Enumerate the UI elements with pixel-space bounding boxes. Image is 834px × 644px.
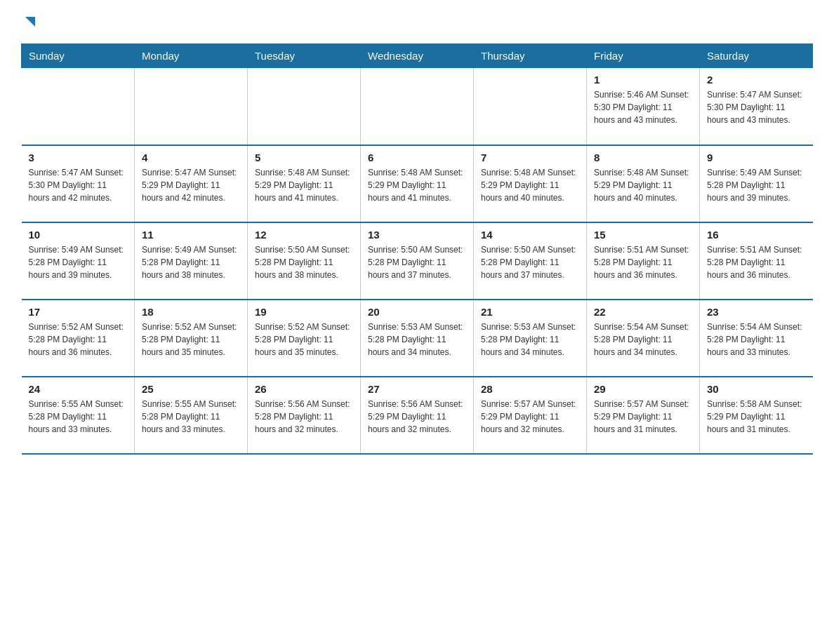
calendar-cell: 15Sunrise: 5:51 AM Sunset: 5:28 PM Dayli… [587,222,700,300]
calendar-cell [22,68,135,145]
calendar-cell: 28Sunrise: 5:57 AM Sunset: 5:29 PM Dayli… [474,377,587,454]
calendar-cell: 16Sunrise: 5:51 AM Sunset: 5:28 PM Dayli… [700,222,813,300]
day-number: 25 [142,383,240,395]
day-number: 10 [29,229,128,241]
day-info: Sunrise: 5:47 AM Sunset: 5:30 PM Dayligh… [707,88,806,126]
day-info: Sunrise: 5:52 AM Sunset: 5:28 PM Dayligh… [29,321,128,358]
day-number: 23 [707,306,806,318]
calendar-table: SundayMondayTuesdayWednesdayThursdayFrid… [21,43,813,455]
calendar-cell [474,68,587,145]
calendar-cell: 21Sunrise: 5:53 AM Sunset: 5:28 PM Dayli… [474,300,587,377]
day-info: Sunrise: 5:51 AM Sunset: 5:28 PM Dayligh… [707,243,806,281]
calendar-cell: 17Sunrise: 5:52 AM Sunset: 5:28 PM Dayli… [22,300,135,377]
day-info: Sunrise: 5:55 AM Sunset: 5:28 PM Dayligh… [29,398,128,436]
calendar-cell: 2Sunrise: 5:47 AM Sunset: 5:30 PM Daylig… [700,68,813,145]
day-number: 27 [368,383,466,395]
page-header [21,14,813,29]
calendar-cell: 4Sunrise: 5:47 AM Sunset: 5:29 PM Daylig… [135,145,248,222]
calendar-cell: 22Sunrise: 5:54 AM Sunset: 5:28 PM Dayli… [587,300,700,377]
day-info: Sunrise: 5:50 AM Sunset: 5:28 PM Dayligh… [481,243,579,281]
calendar-week-1: 1Sunrise: 5:46 AM Sunset: 5:30 PM Daylig… [22,68,813,145]
calendar-week-4: 17Sunrise: 5:52 AM Sunset: 5:28 PM Dayli… [22,300,813,377]
calendar-cell: 24Sunrise: 5:55 AM Sunset: 5:28 PM Dayli… [22,377,135,454]
calendar-cell: 19Sunrise: 5:52 AM Sunset: 5:28 PM Dayli… [248,300,361,377]
day-number: 21 [481,306,579,318]
calendar-cell: 11Sunrise: 5:49 AM Sunset: 5:28 PM Dayli… [135,222,248,300]
day-number: 3 [29,152,128,163]
day-info: Sunrise: 5:53 AM Sunset: 5:28 PM Dayligh… [368,321,466,358]
weekday-header-monday: Monday [135,44,248,68]
day-info: Sunrise: 5:48 AM Sunset: 5:29 PM Dayligh… [481,166,579,204]
day-number: 22 [594,306,692,318]
day-number: 16 [707,229,806,241]
day-number: 30 [707,383,806,395]
calendar-cell: 25Sunrise: 5:55 AM Sunset: 5:28 PM Dayli… [135,377,248,454]
calendar-cell: 7Sunrise: 5:48 AM Sunset: 5:29 PM Daylig… [474,145,587,222]
day-info: Sunrise: 5:47 AM Sunset: 5:30 PM Dayligh… [29,166,128,204]
weekday-header-row: SundayMondayTuesdayWednesdayThursdayFrid… [22,44,813,68]
day-number: 28 [481,383,579,395]
calendar-cell: 29Sunrise: 5:57 AM Sunset: 5:29 PM Dayli… [587,377,700,454]
calendar-cell: 6Sunrise: 5:48 AM Sunset: 5:29 PM Daylig… [361,145,474,222]
day-number: 26 [255,383,353,395]
day-info: Sunrise: 5:47 AM Sunset: 5:29 PM Dayligh… [142,166,240,204]
weekday-header-thursday: Thursday [474,44,587,68]
calendar-cell [135,68,248,145]
day-info: Sunrise: 5:51 AM Sunset: 5:28 PM Dayligh… [594,243,692,281]
calendar-cell [248,68,361,145]
day-info: Sunrise: 5:57 AM Sunset: 5:29 PM Dayligh… [481,398,579,436]
calendar-cell: 9Sunrise: 5:49 AM Sunset: 5:28 PM Daylig… [700,145,813,222]
day-number: 19 [255,306,353,318]
weekday-header-sunday: Sunday [22,44,135,68]
day-info: Sunrise: 5:54 AM Sunset: 5:28 PM Dayligh… [707,321,806,358]
day-number: 2 [707,74,806,86]
calendar-cell: 1Sunrise: 5:46 AM Sunset: 5:30 PM Daylig… [587,68,700,145]
calendar-cell: 3Sunrise: 5:47 AM Sunset: 5:30 PM Daylig… [22,145,135,222]
calendar-body: 1Sunrise: 5:46 AM Sunset: 5:30 PM Daylig… [22,68,813,454]
calendar-cell: 27Sunrise: 5:56 AM Sunset: 5:29 PM Dayli… [361,377,474,454]
calendar-cell: 20Sunrise: 5:53 AM Sunset: 5:28 PM Dayli… [361,300,474,377]
calendar-cell [361,68,474,145]
day-number: 8 [594,152,692,163]
day-info: Sunrise: 5:48 AM Sunset: 5:29 PM Dayligh… [255,166,353,204]
calendar-cell: 18Sunrise: 5:52 AM Sunset: 5:28 PM Dayli… [135,300,248,377]
day-number: 20 [368,306,466,318]
day-number: 13 [368,229,466,241]
day-number: 15 [594,229,692,241]
weekday-header-wednesday: Wednesday [361,44,474,68]
calendar-week-3: 10Sunrise: 5:49 AM Sunset: 5:28 PM Dayli… [22,222,813,300]
day-number: 4 [142,152,240,163]
day-number: 7 [481,152,579,163]
day-info: Sunrise: 5:49 AM Sunset: 5:28 PM Dayligh… [29,243,128,281]
weekday-header-saturday: Saturday [700,44,813,68]
day-info: Sunrise: 5:52 AM Sunset: 5:28 PM Dayligh… [255,321,353,358]
day-number: 17 [29,306,128,318]
logo [21,14,38,29]
calendar-week-2: 3Sunrise: 5:47 AM Sunset: 5:30 PM Daylig… [22,145,813,222]
calendar-cell: 5Sunrise: 5:48 AM Sunset: 5:29 PM Daylig… [248,145,361,222]
calendar-cell: 13Sunrise: 5:50 AM Sunset: 5:28 PM Dayli… [361,222,474,300]
calendar-cell: 30Sunrise: 5:58 AM Sunset: 5:29 PM Dayli… [700,377,813,454]
calendar-week-5: 24Sunrise: 5:55 AM Sunset: 5:28 PM Dayli… [22,377,813,454]
day-info: Sunrise: 5:49 AM Sunset: 5:28 PM Dayligh… [142,243,240,281]
weekday-header-friday: Friday [587,44,700,68]
calendar-cell: 23Sunrise: 5:54 AM Sunset: 5:28 PM Dayli… [700,300,813,377]
calendar-cell: 10Sunrise: 5:49 AM Sunset: 5:28 PM Dayli… [22,222,135,300]
day-info: Sunrise: 5:48 AM Sunset: 5:29 PM Dayligh… [594,166,692,204]
day-info: Sunrise: 5:49 AM Sunset: 5:28 PM Dayligh… [707,166,806,204]
calendar-header: SundayMondayTuesdayWednesdayThursdayFrid… [22,44,813,68]
day-info: Sunrise: 5:55 AM Sunset: 5:28 PM Dayligh… [142,398,240,436]
calendar-cell: 12Sunrise: 5:50 AM Sunset: 5:28 PM Dayli… [248,222,361,300]
logo-triangle-icon [22,14,38,29]
day-number: 9 [707,152,806,163]
day-info: Sunrise: 5:54 AM Sunset: 5:28 PM Dayligh… [594,321,692,358]
day-number: 5 [255,152,353,163]
calendar-cell: 26Sunrise: 5:56 AM Sunset: 5:28 PM Dayli… [248,377,361,454]
day-number: 29 [594,383,692,395]
weekday-header-tuesday: Tuesday [248,44,361,68]
day-number: 18 [142,306,240,318]
svg-marker-0 [25,17,35,27]
day-number: 12 [255,229,353,241]
day-number: 1 [594,74,692,86]
day-info: Sunrise: 5:50 AM Sunset: 5:28 PM Dayligh… [368,243,466,281]
